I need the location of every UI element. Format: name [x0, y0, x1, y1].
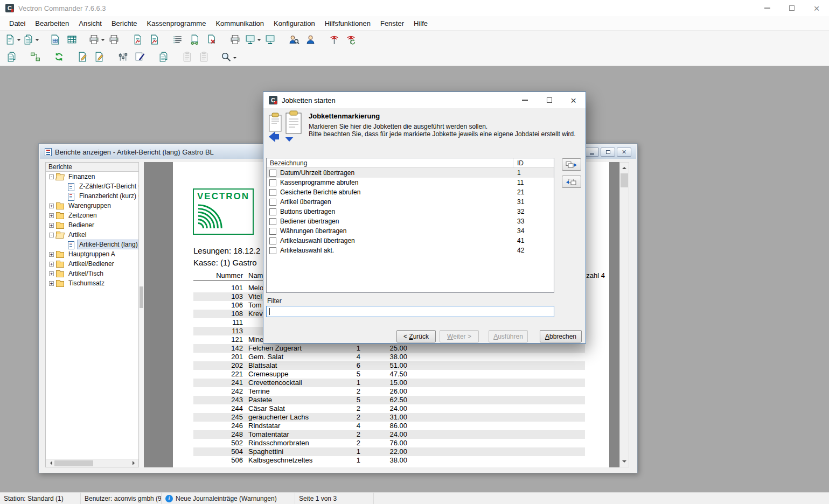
- expand-toggle-icon[interactable]: -: [49, 233, 54, 237]
- doc-x-button[interactable]: [204, 32, 219, 47]
- doc-network-button[interactable]: [187, 32, 202, 47]
- expand-toggle-icon[interactable]: +: [49, 204, 54, 208]
- printer-button[interactable]: [107, 32, 121, 47]
- printer-dropdown-button[interactable]: [88, 32, 105, 47]
- copy-button[interactable]: [156, 50, 171, 64]
- job-checkbox[interactable]: [269, 199, 276, 206]
- doc-dropdown-button[interactable]: [4, 32, 20, 47]
- tree-item[interactable]: - Finanzen: [46, 172, 138, 181]
- sliders-button[interactable]: [116, 50, 130, 64]
- tree-item[interactable]: + Hauptgruppen A: [46, 249, 138, 259]
- tree-item[interactable]: + Bediener: [46, 220, 138, 230]
- job-checkbox[interactable]: [269, 189, 276, 196]
- unmark-all-button[interactable]: [562, 176, 581, 188]
- scroll-down-button[interactable]: [620, 458, 629, 467]
- job-row[interactable]: Währungen übertragen 34: [267, 226, 554, 236]
- doc-edit-button-1[interactable]: [75, 50, 90, 64]
- dialog-close-button[interactable]: [561, 92, 586, 108]
- printer-button-2[interactable]: [228, 32, 242, 47]
- tree-item[interactable]: Artikel-Bericht (lang) G: [46, 240, 138, 249]
- mark-all-button[interactable]: [562, 158, 581, 171]
- clipboard-button-2[interactable]: [197, 50, 211, 64]
- tree-item[interactable]: Finanzbericht (kurz) Ga: [46, 191, 138, 201]
- menu-konfiguration[interactable]: Konfiguration: [269, 17, 320, 30]
- doc-grid-button[interactable]: [48, 32, 62, 47]
- tree-item[interactable]: - Artikel: [46, 230, 138, 240]
- network-button[interactable]: [28, 50, 43, 64]
- job-row[interactable]: Kassenprogramme abrufen 11: [267, 178, 554, 187]
- clipboard-button-1[interactable]: [180, 50, 194, 64]
- scroll-up-button[interactable]: [620, 163, 629, 171]
- scroll-right-button[interactable]: [130, 459, 138, 467]
- tree-item[interactable]: + Tischumsatz: [46, 278, 138, 288]
- filter-input[interactable]: [266, 306, 554, 317]
- refresh-button[interactable]: [52, 50, 66, 64]
- job-row[interactable]: Bediener übertragen 33: [267, 216, 554, 226]
- cancel-button[interactable]: Abbrechen: [540, 330, 582, 342]
- expand-toggle-icon[interactable]: +: [49, 271, 54, 276]
- dialog-minimize-button[interactable]: [513, 92, 537, 108]
- menu-kommunikation[interactable]: Kommunikation: [211, 17, 269, 30]
- dialog-titlebar[interactable]: Jobketten starten: [263, 92, 586, 108]
- job-checkbox[interactable]: [269, 247, 276, 254]
- scrollbar-thumb[interactable]: [140, 286, 143, 308]
- tree-item[interactable]: + Artikel/Bediener: [46, 259, 138, 269]
- monitor-dropdown-button[interactable]: [245, 32, 261, 47]
- tree-item[interactable]: + Artikel/Tisch: [46, 269, 138, 278]
- expand-toggle-icon[interactable]: -: [49, 174, 54, 179]
- tree-item[interactable]: + Warengruppen: [46, 201, 138, 211]
- list-button[interactable]: [171, 32, 185, 47]
- scroll-left-button[interactable]: [46, 459, 54, 467]
- expand-toggle-icon[interactable]: +: [49, 281, 54, 286]
- tree-horizontal-scrollbar[interactable]: [46, 459, 138, 467]
- expand-toggle-icon[interactable]: +: [49, 262, 54, 267]
- next-button[interactable]: Weiter >: [440, 330, 479, 342]
- tree-item[interactable]: Z-Zähler/GT-Bericht Ga: [46, 181, 138, 191]
- job-checkbox[interactable]: [269, 170, 276, 177]
- antenna-button-1[interactable]: [327, 32, 342, 47]
- tree-vertical-scrollbar[interactable]: [139, 162, 144, 467]
- doc-red-button-1[interactable]: [130, 32, 145, 47]
- menu-bearbeiten[interactable]: Bearbeiten: [30, 17, 74, 30]
- job-row[interactable]: Datum/Uhrzeit übertragen 1: [267, 168, 554, 178]
- magnifier-dropdown-button[interactable]: [220, 50, 236, 64]
- menu-fenster[interactable]: Fenster: [375, 17, 409, 30]
- expand-toggle-icon[interactable]: +: [49, 213, 54, 218]
- job-row[interactable]: Gesicherte Berichte abrufen 21: [267, 187, 554, 197]
- monitor-button[interactable]: [263, 32, 277, 47]
- job-row[interactable]: Artikel übertragen 31: [267, 197, 554, 207]
- user-button[interactable]: [303, 32, 318, 47]
- menu-datei[interactable]: Datei: [4, 17, 30, 30]
- scrollbar-thumb[interactable]: [621, 173, 628, 187]
- expand-toggle-icon[interactable]: +: [49, 252, 54, 257]
- menu-berichte[interactable]: Berichte: [107, 17, 142, 30]
- docs-dropdown-button[interactable]: [23, 32, 39, 47]
- job-row[interactable]: Artikelauswahl akt. 42: [267, 246, 554, 255]
- main-titlebar[interactable]: Vectron Commander 7.6.6.3: [0, 0, 829, 16]
- menu-ansicht[interactable]: Ansicht: [74, 17, 107, 30]
- doc-red-button-2[interactable]: [147, 32, 162, 47]
- expand-toggle-icon[interactable]: +: [49, 223, 54, 228]
- user-search-button[interactable]: [287, 32, 301, 47]
- menu-hilfe[interactable]: Hilfe: [409, 17, 433, 30]
- execute-button[interactable]: Ausführen: [489, 330, 528, 342]
- job-checkbox[interactable]: [269, 218, 276, 225]
- maximize-button[interactable]: [779, 0, 804, 16]
- antenna-refresh-button[interactable]: [344, 32, 358, 47]
- doc-edit-button-2[interactable]: [92, 50, 107, 64]
- job-checkbox[interactable]: [269, 237, 276, 244]
- back-button[interactable]: < Zurück: [396, 330, 436, 342]
- close-button[interactable]: [804, 0, 829, 16]
- menu-hilfsfunktionen[interactable]: Hilfsfunktionen: [320, 17, 375, 30]
- job-checkbox[interactable]: [269, 228, 276, 235]
- copy-docs-button[interactable]: [4, 50, 19, 64]
- menu-kassenprogramme[interactable]: Kassenprogramme: [142, 17, 211, 30]
- job-row[interactable]: Buttons übertragen 32: [267, 207, 554, 216]
- tree-item[interactable]: + Zeitzonen: [46, 211, 138, 220]
- minimize-button[interactable]: [755, 0, 779, 16]
- job-checkbox[interactable]: [269, 179, 276, 186]
- table-button[interactable]: [65, 32, 79, 47]
- dialog-maximize-button[interactable]: [537, 92, 561, 108]
- pen-button[interactable]: [133, 50, 147, 64]
- job-row[interactable]: Artikelauswahl übertragen 41: [267, 236, 554, 246]
